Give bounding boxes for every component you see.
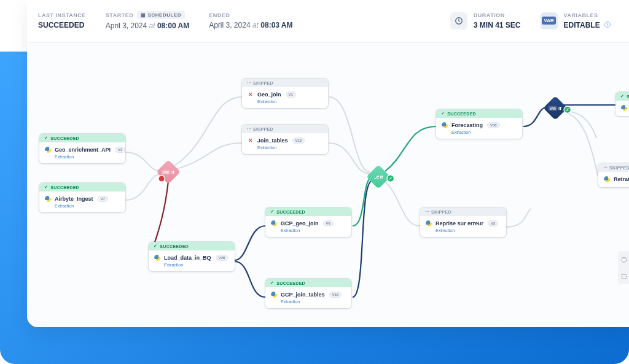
version-badge: V7 — [98, 196, 108, 202]
node-subtitle: Extraction — [257, 99, 323, 104]
zoom-controls[interactable]: ▢ ▢ — [618, 251, 629, 284]
python-icon — [154, 254, 161, 261]
duration-label: DURATION — [474, 12, 521, 18]
zoom-in-button[interactable]: ▢ — [618, 251, 629, 268]
node-title: Load_data_in_BQ — [164, 255, 211, 261]
version-badge: V28 — [216, 255, 229, 261]
node-join-tables[interactable]: SKIPPED Join_tablesV12 Extraction — [242, 125, 328, 154]
version-badge: V16 — [329, 292, 342, 298]
node-status: SUCCEEDED — [265, 207, 351, 216]
zoom-out-button[interactable]: ▢ — [618, 268, 629, 284]
node-title: Geo_join — [257, 91, 281, 98]
node-title: Retrain_ — [614, 176, 629, 182]
last-instance-label: LAST INSTANCE — [38, 12, 86, 18]
duration-block: DURATION 3 MIN 41 SEC — [450, 12, 521, 29]
node-gcp-geo-join[interactable]: SUCCEEDED GCP_geo_joinV6 Extraction — [265, 207, 351, 237]
run-header: LAST INSTANCE SUCCEEDED STARTED ▦ SCHEDU… — [27, 0, 629, 43]
python-icon — [270, 220, 278, 227]
version-badge: V2 — [488, 220, 498, 227]
node-geo-enrichment[interactable]: SUCCEEDED Geo_enrichment_APIV2 Extractio… — [39, 134, 125, 163]
node-status: SKIPPED — [242, 79, 328, 87]
node-status: SUCCEEDED — [39, 134, 125, 142]
last-instance-value: SUCCEEDED — [38, 21, 86, 29]
check-indicator-icon: ✓ — [565, 107, 571, 113]
version-badge: V6 — [323, 220, 334, 227]
node-title: GCP_join_tables — [281, 292, 325, 298]
python-icon — [441, 122, 448, 129]
scheduled-badge: ▦ SCHEDULED — [137, 11, 185, 19]
python-icon — [620, 104, 628, 112]
node-title: Airbyte_Ingest — [55, 196, 93, 202]
python-icon — [603, 176, 611, 183]
node-load-data-bq[interactable]: SUCCEEDED Load_data_in_BQV28 Extraction — [149, 242, 235, 271]
info-icon[interactable] — [604, 21, 611, 28]
clock-icon — [450, 12, 467, 29]
last-instance-block: LAST INSTANCE SUCCEEDED — [38, 12, 86, 29]
variables-value: EDITABLE — [564, 21, 611, 29]
started-block: STARTED ▦ SCHEDULED April 3, 2024 at 08:… — [106, 11, 189, 30]
version-badge: V2 — [115, 147, 125, 153]
variables-icon: VAR — [541, 12, 558, 29]
error-icon — [247, 91, 254, 98]
python-icon — [270, 291, 278, 298]
condition-var-if-2[interactable]: VARif ✓ — [543, 96, 568, 120]
node-subtitle: Extraction — [451, 130, 517, 134]
node-title: Forecasting — [451, 122, 483, 128]
version-badge: V1 — [286, 91, 296, 98]
node-subtitle: Extraction — [436, 228, 501, 233]
node-subtitle: Extraction — [55, 155, 120, 159]
version-badge: V12 — [292, 137, 305, 144]
node-status: SKIPPED — [598, 163, 629, 172]
variables-block[interactable]: VAR VARIABLES EDITABLE — [541, 12, 611, 29]
node-subtitle: Extraction — [257, 145, 323, 150]
error-icon — [247, 137, 254, 144]
node-status: SUCCEEDED — [149, 242, 235, 250]
python-icon — [44, 195, 52, 203]
node-title: Geo_enrichment_API — [55, 147, 111, 153]
node-status: SKIPPED — [420, 207, 506, 216]
python-icon — [425, 220, 432, 227]
node-cut-partial[interactable]: SUCCEEDED S — [615, 92, 629, 116]
node-forecasting[interactable]: SUCCEEDED ForecastingV30 Extraction — [436, 109, 522, 139]
node-title: Reprise sur erreur — [436, 220, 483, 227]
node-status: SKIPPED — [242, 125, 328, 133]
node-status: SUCCEEDED — [615, 92, 629, 101]
node-subtitle: Extraction — [164, 263, 230, 267]
check-indicator-icon: ✓ — [388, 176, 394, 182]
pipeline-canvas[interactable]: SUCCEEDED Geo_enrichment_APIV2 Extractio… — [27, 43, 629, 327]
started-label: STARTED ▦ SCHEDULED — [106, 11, 189, 19]
node-airbyte-ingest[interactable]: SUCCEEDED Airbyte_IngestV7 Extraction — [39, 183, 125, 212]
duration-value: 3 MIN 41 SEC — [474, 21, 521, 29]
node-subtitle: Extraction — [281, 300, 346, 304]
node-status: SUCCEEDED — [265, 279, 351, 287]
node-title: Join_tables — [257, 137, 288, 144]
ended-value: April 3, 2024 at 08:03 AM — [209, 21, 292, 29]
ended-label: ENDED — [209, 12, 292, 18]
node-geo-join[interactable]: SKIPPED Geo_joinV1 Extraction — [242, 79, 328, 108]
node-status: SUCCEEDED — [39, 183, 125, 192]
node-status: SUCCEEDED — [436, 109, 522, 118]
node-gcp-join-tables[interactable]: SUCCEEDED GCP_join_tablesV16 Extraction — [265, 279, 351, 308]
condition-if-center[interactable]: ⎇if ✓ — [366, 165, 391, 189]
variables-label: VARIABLES — [564, 12, 611, 18]
node-title: GCP_geo_join — [281, 220, 319, 227]
node-subtitle: Extraction — [281, 228, 346, 233]
started-value: April 3, 2024 at 08:00 AM — [106, 21, 189, 30]
main-panel: LAST INSTANCE SUCCEEDED STARTED ▦ SCHEDU… — [27, 0, 629, 327]
node-subtitle: Extraction — [55, 204, 120, 208]
node-reprise-erreur[interactable]: SKIPPED Reprise sur erreurV2 Extraction — [420, 207, 506, 237]
ended-block: ENDED April 3, 2024 at 08:03 AM — [209, 12, 292, 29]
python-icon — [44, 146, 52, 153]
condition-var-if-1[interactable]: VARif — [156, 160, 181, 184]
node-retrain-partial[interactable]: SKIPPED Retrain_ — [598, 163, 629, 187]
error-indicator-icon — [159, 176, 165, 181]
calendar-icon: ▦ — [141, 12, 146, 18]
version-badge: V30 — [487, 122, 500, 128]
